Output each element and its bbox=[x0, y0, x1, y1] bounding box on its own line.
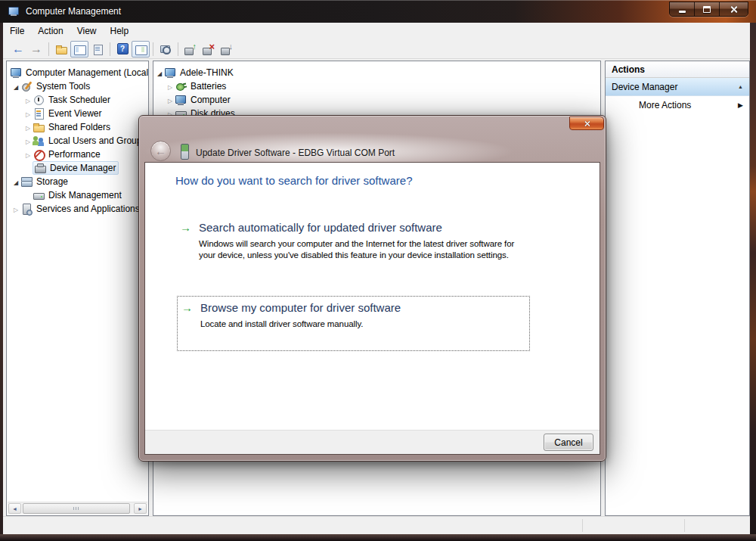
update-driver-dialog: ← Update Driver Software - EDBG Virtual … bbox=[138, 115, 606, 462]
disable-device-icon bbox=[221, 43, 233, 55]
maximize-icon bbox=[703, 6, 711, 13]
window-titlebar[interactable]: Computer Management bbox=[0, 0, 756, 23]
expander-icon[interactable] bbox=[166, 95, 175, 104]
focus-rectangle: → Browse my computer for driver software… bbox=[177, 296, 530, 351]
show-console-tree-button[interactable] bbox=[70, 41, 88, 58]
menu-action[interactable]: Action bbox=[31, 24, 70, 38]
dialog-footer: Cancel bbox=[145, 430, 600, 454]
forward-button[interactable]: → bbox=[27, 41, 45, 58]
properties-button[interactable] bbox=[88, 41, 107, 58]
close-icon bbox=[730, 5, 738, 14]
window-border-bottom bbox=[0, 534, 756, 541]
export-list-icon bbox=[55, 43, 67, 55]
show-action-pane-icon bbox=[135, 43, 147, 55]
caption-buttons bbox=[669, 2, 748, 17]
scrollbar-thumb[interactable] bbox=[23, 503, 130, 514]
option-title: Browse my computer for driver software bbox=[200, 300, 530, 316]
actions-panel: Actions Device Manager ▲ More Actions ▶ bbox=[605, 61, 750, 516]
update-driver-button[interactable] bbox=[181, 41, 200, 58]
uninstall-device-icon bbox=[203, 43, 215, 55]
forward-icon: → bbox=[30, 43, 42, 55]
menu-file[interactable]: File bbox=[3, 24, 31, 38]
shared-folders-icon bbox=[33, 121, 45, 133]
more-actions-item[interactable]: More Actions ▶ bbox=[606, 96, 749, 113]
export-list-button[interactable] bbox=[52, 41, 70, 58]
expander-icon[interactable] bbox=[23, 95, 33, 104]
device-tree: Adele-THINK Batteries Computer Disk driv… bbox=[153, 61, 600, 120]
option-title: Search automatically for updated driver … bbox=[199, 220, 528, 235]
tree-item-computer-management[interactable]: Computer Management (Local) bbox=[7, 66, 148, 79]
tree-item-batteries[interactable]: Batteries bbox=[153, 79, 600, 93]
menu-view[interactable]: View bbox=[70, 24, 104, 38]
tree-item-computer[interactable]: Computer bbox=[153, 93, 600, 107]
computer-icon bbox=[164, 67, 176, 79]
tree-item-task-scheduler[interactable]: Task Scheduler bbox=[7, 93, 148, 107]
device-manager-icon bbox=[34, 162, 46, 174]
uninstall-device-button[interactable] bbox=[200, 41, 218, 58]
update-driver-icon bbox=[184, 43, 197, 55]
computer-icon bbox=[10, 67, 22, 79]
option-browse-computer[interactable]: → Browse my computer for driver software… bbox=[181, 300, 522, 330]
scroll-left-button[interactable]: ◄ bbox=[8, 503, 21, 514]
status-bar bbox=[3, 516, 750, 534]
toolbar-separator bbox=[153, 42, 153, 56]
dialog-back-button[interactable]: ← bbox=[150, 141, 171, 161]
tree-item-device-manager[interactable]: Device Manager bbox=[7, 161, 148, 175]
console-tree-panel: Computer Management (Local) System Tools… bbox=[6, 61, 149, 516]
storage-icon bbox=[20, 176, 33, 188]
scan-hardware-changes-button[interactable] bbox=[156, 41, 175, 58]
services-applications-icon bbox=[20, 203, 33, 215]
minimize-button[interactable] bbox=[670, 2, 695, 16]
back-icon: ← bbox=[12, 43, 24, 55]
back-arrow-icon: ← bbox=[155, 145, 166, 157]
dialog-title: Update Driver Software - EDBG Virtual CO… bbox=[196, 148, 395, 158]
chevron-up-icon[interactable]: ▲ bbox=[738, 84, 743, 89]
show-console-tree-icon bbox=[73, 43, 85, 55]
tree-item-storage[interactable]: Storage bbox=[7, 175, 148, 188]
tree-item-services-applications[interactable]: Services and Applications bbox=[7, 202, 148, 216]
task-scheduler-icon bbox=[33, 94, 45, 106]
performance-icon bbox=[33, 148, 45, 160]
tree-item-shared-folders[interactable]: Shared Folders bbox=[7, 120, 148, 134]
expander-icon[interactable] bbox=[155, 68, 164, 77]
expander-icon[interactable] bbox=[23, 136, 33, 145]
tree-item-performance[interactable]: Performance bbox=[7, 148, 148, 161]
properties-icon bbox=[91, 43, 104, 55]
tree-item-event-viewer[interactable]: Event Viewer bbox=[7, 107, 148, 120]
expander-icon[interactable] bbox=[11, 204, 20, 213]
close-button[interactable] bbox=[720, 2, 748, 16]
computer-management-app-icon bbox=[8, 5, 20, 17]
toolbar-separator bbox=[48, 42, 49, 56]
disable-device-button[interactable] bbox=[218, 41, 236, 58]
option-description: Locate and install driver software manua… bbox=[200, 319, 530, 330]
tree-item-disk-management[interactable]: Disk Management bbox=[7, 188, 148, 202]
status-bar-separator bbox=[684, 519, 685, 532]
expander-icon[interactable] bbox=[166, 82, 175, 91]
monitor-icon bbox=[175, 94, 187, 106]
expander-icon[interactable] bbox=[11, 177, 20, 186]
option-search-automatically[interactable]: → Search automatically for updated drive… bbox=[180, 220, 543, 261]
minimize-icon bbox=[679, 11, 686, 13]
chevron-right-icon: ▶ bbox=[738, 101, 743, 109]
expander-icon[interactable] bbox=[23, 109, 33, 118]
expander-icon[interactable] bbox=[23, 123, 33, 132]
tree-item-system-tools[interactable]: System Tools bbox=[7, 79, 148, 93]
toolbar-separator bbox=[178, 42, 178, 56]
battery-icon bbox=[175, 80, 187, 92]
menu-help[interactable]: Help bbox=[104, 24, 136, 38]
horizontal-scrollbar[interactable]: ◄ ► bbox=[8, 502, 147, 515]
tree-item-local-users-groups[interactable]: Local Users and Groups bbox=[7, 134, 148, 148]
cancel-button[interactable]: Cancel bbox=[544, 434, 593, 451]
dialog-heading: How do you want to search for driver sof… bbox=[175, 174, 412, 187]
tree-item-adele-think[interactable]: Adele-THINK bbox=[153, 66, 600, 79]
help-icon bbox=[117, 43, 129, 54]
expander-icon[interactable] bbox=[11, 82, 20, 91]
show-action-pane-button[interactable] bbox=[132, 41, 150, 58]
help-button[interactable] bbox=[113, 41, 132, 58]
expander-icon[interactable] bbox=[23, 150, 33, 159]
scroll-right-button[interactable]: ► bbox=[134, 503, 147, 514]
maximize-button[interactable] bbox=[695, 2, 720, 16]
actions-group-device-manager[interactable]: Device Manager ▲ bbox=[606, 78, 749, 96]
back-button[interactable]: ← bbox=[9, 41, 27, 58]
scan-hardware-changes-icon bbox=[160, 43, 172, 55]
